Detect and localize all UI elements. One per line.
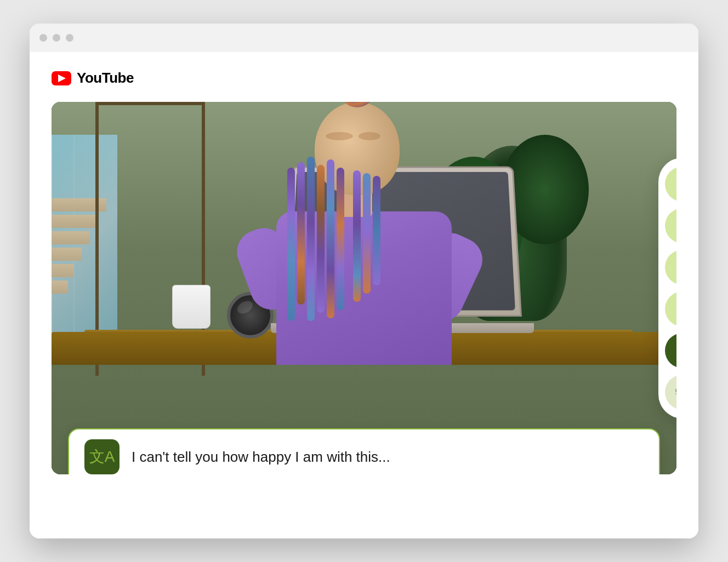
minimize-button[interactable] xyxy=(53,34,60,42)
translate-symbol: 文A xyxy=(89,446,115,467)
language-panel: ES PT FR JP EN 95+ xyxy=(658,158,676,418)
language-en-button[interactable]: EN xyxy=(665,333,676,368)
youtube-logo: YouTube xyxy=(52,70,676,87)
youtube-wordmark: YouTube xyxy=(77,70,134,87)
person-braids xyxy=(287,135,397,310)
language-es-button[interactable]: ES xyxy=(665,167,676,202)
video-player[interactable]: ES PT FR JP EN 95+ 文A I can't tell you h… xyxy=(52,102,676,474)
language-fr-button[interactable]: FR xyxy=(665,250,676,285)
language-pt-button[interactable]: PT xyxy=(665,208,676,243)
title-bar xyxy=(30,24,698,52)
youtube-icon xyxy=(52,71,71,85)
language-jp-button[interactable]: JP xyxy=(665,291,676,326)
scene-person xyxy=(243,124,485,365)
caption-bar: 文A I can't tell you how happy I am with … xyxy=(68,428,660,474)
maximize-button[interactable] xyxy=(66,34,73,42)
browser-window: YouTube xyxy=(30,24,698,538)
scene-cup xyxy=(172,285,211,334)
close-button[interactable] xyxy=(39,34,47,42)
caption-text: I can't tell you how happy I am with thi… xyxy=(132,449,390,466)
video-background xyxy=(52,102,676,474)
language-more-button[interactable]: 95+ xyxy=(665,375,676,410)
translate-icon: 文A xyxy=(84,439,120,474)
browser-content: YouTube xyxy=(30,52,698,538)
